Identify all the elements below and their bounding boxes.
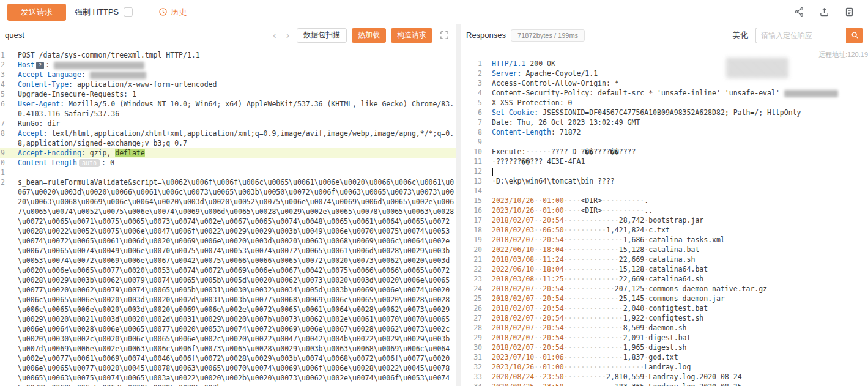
code-segment: 22,669 (619, 255, 645, 264)
editor-line[interactable]: 232018/03/08··11:25·············22,669·c… (461, 274, 868, 284)
editor-line[interactable]: 3Access-Control-Allow-Origin: * (461, 78, 868, 88)
editor-line[interactable]: 182018/02/03··06:50··········1,421,824·c… (461, 225, 868, 235)
editor-line[interactable]: 1POST /data/sys-common/treexml.tmpl HTTP… (0, 50, 456, 60)
packet-scan-button[interactable]: 数据包扫描 (297, 28, 347, 43)
editor-line[interactable]: 332020/08/24··23:50··········2,810,559·L… (461, 372, 868, 382)
editor-line[interactable]: 9Accept-Encoding: gzip, deflate (0, 148, 456, 158)
editor-line[interactable]: 342020/08/25··23:58············183,365·L… (461, 382, 868, 386)
line-number: 1 (0, 168, 5, 177)
editor-line[interactable]: 312023/07/10··01:06··············1,837·g… (461, 352, 868, 362)
editor-line[interactable]: 1 (0, 168, 456, 177)
editor-line[interactable]: 2Server: Apache-Coyote/1.1 (461, 69, 868, 78)
editor-line[interactable]: 0Content-Lengthauto: 0 (0, 158, 456, 168)
code-segment: 2023/10/26 (492, 206, 534, 215)
code-segment: ·· (534, 275, 543, 283)
editor-line[interactable]: 302018/02/07··20:54··············1,965·d… (461, 343, 868, 352)
construct-request-button[interactable]: 构造请求 (391, 28, 432, 43)
chevron-right-icon[interactable]: › (284, 31, 292, 40)
code-segment: deflate (115, 149, 144, 157)
code-segment: Landray.log.2020-08-25 (648, 382, 741, 386)
code-segment: ············ (564, 382, 615, 386)
request-pane: quest ‹ › 数据包扫描 热加载 构造请求 1POST /data/sys… (0, 24, 456, 386)
editor-line[interactable]: 2Host?: (0, 60, 456, 70)
line-number: 10 (461, 147, 482, 157)
code-segment: ·· (534, 324, 543, 332)
editor-line[interactable]: 4Content-Security-Policy: default-src * … (461, 88, 868, 98)
code-segment: ·············· (564, 324, 623, 332)
editor-line[interactable]: 252018/02/07··20:54·············25,145·c… (461, 294, 868, 303)
editor-line[interactable]: 10Execute:······???? D ?��????��???? (461, 147, 868, 157)
code-segment: ·· (534, 236, 543, 244)
editor-line[interactable]: 202022/06/10··18:04·············15,128·c… (461, 245, 868, 254)
code-segment: 1,837 (623, 353, 645, 362)
force-https-checkbox[interactable] (124, 7, 133, 17)
editor-line[interactable]: 322023/10/26··01:00···················La… (461, 362, 868, 372)
code-segment: configtest.bat (648, 304, 708, 313)
editor-line[interactable]: 1HTTP/1.1 200 OK (461, 59, 868, 69)
response-search-input[interactable] (755, 28, 846, 43)
chevron-left-icon[interactable]: ‹ (270, 31, 278, 40)
editor-line[interactable]: 8Accept: text/html,application/xhtml+xml… (0, 128, 456, 148)
code-segment: User-Agent (18, 100, 60, 108)
editor-line[interactable]: 152023/10/26··01:00····<DIR>··········. (461, 196, 868, 206)
editor-line[interactable]: 13·D:\ekp\win64\tomcat\bin ???? (461, 176, 868, 186)
search-button[interactable] (846, 28, 863, 43)
code-segment: 183,365 (615, 382, 644, 386)
report-icon[interactable] (844, 7, 855, 17)
editor-line[interactable]: 192018/02/07··20:54··············1,686·c… (461, 235, 868, 245)
editor-line[interactable]: 6Set-Cookie: JSESSIONID=DF04567C47756A10… (461, 108, 868, 117)
editor-line[interactable]: 172018/02/07··20:54·············28,742·b… (461, 215, 868, 225)
editor-line[interactable]: 2s_bean=ruleFormulaValidate&script=\u006… (0, 177, 456, 386)
editor-line[interactable]: 11·??????��??? 4E3E-4FA1 (461, 157, 868, 166)
editor-line[interactable]: 292018/02/07··20:54··············2,091·d… (461, 333, 868, 343)
editor-line[interactable]: 14 (461, 186, 868, 196)
line-number: 20 (461, 245, 482, 254)
editor-line[interactable]: 282018/02/07··20:54··············8,509·d… (461, 323, 868, 333)
code-segment: 2018/02/07 (492, 216, 534, 225)
editor-line[interactable]: 12 (461, 166, 868, 176)
editor-line[interactable]: 7RunGo: dir (0, 119, 456, 128)
code-segment: : 0 (102, 158, 114, 167)
code-segment: ·· (534, 245, 543, 254)
editor-line[interactable]: 262018/02/07··20:54··············2,040·c… (461, 303, 868, 313)
redacted-blur (54, 62, 144, 69)
code-segment: 23:58 (543, 382, 564, 386)
editor-line[interactable]: 222022/06/10··18:04·············15,128·c… (461, 264, 868, 274)
response-editor[interactable]: 1HTTP/1.1 200 OK2Server: Apache-Coyote/1… (461, 46, 868, 386)
hot-reload-button[interactable]: 热加载 (352, 28, 386, 43)
code-segment: RunGo: dir (18, 119, 60, 128)
editor-line[interactable]: 162023/10/26··01:00····<DIR>··········.. (461, 206, 868, 215)
code-segment: 2018/03/08 (492, 275, 534, 283)
share-icon[interactable] (794, 7, 804, 17)
editor-line[interactable]: 5X-XSS-Protection: 0 (461, 98, 868, 108)
editor-line[interactable]: 6User-Agent: Mozilla/5.0 (Windows NT 10.… (0, 99, 456, 119)
request-editor[interactable]: 1POST /data/sys-common/treexml.tmpl HTTP… (0, 46, 456, 386)
request-tab-label[interactable]: quest (5, 31, 24, 40)
line-number: 15 (461, 196, 482, 206)
line-number: 4 (0, 80, 5, 89)
beautify-button[interactable]: 美化 (732, 30, 748, 41)
expand-icon[interactable] (440, 31, 449, 40)
history-button[interactable]: 历史 (158, 7, 187, 18)
editor-line[interactable]: 7Date: Thu, 26 Oct 2023 13:02:49 GMT (461, 117, 868, 127)
export-icon[interactable] (819, 7, 829, 17)
response-stats-badge: 71872bytes / 199ms (511, 29, 585, 42)
code-segment: 20:54 (543, 314, 564, 322)
editor-line[interactable]: 212018/03/08··11:24·············22,669·c… (461, 254, 868, 264)
code-segment: : Mozilla/5.0 (Windows NT 10.0; Win64; x… (18, 100, 454, 118)
editor-line[interactable]: 3Accept-Language: (0, 70, 456, 80)
editor-line[interactable]: 9 (461, 137, 868, 147)
code-segment: ·············· (564, 343, 623, 352)
responses-tab-label[interactable]: Responses (466, 31, 506, 40)
editor-line[interactable]: 8Content-Length: 71872 (461, 127, 868, 137)
send-request-button[interactable]: 发送请求 (7, 4, 66, 21)
code-segment: ············· (564, 265, 619, 273)
editor-line[interactable]: 5Upgrade-Insecure-Requests: 1 (0, 89, 456, 99)
editor-line[interactable]: 242018/02/07··20:54············207,125·c… (461, 284, 868, 294)
code-segment: ············· (564, 275, 619, 283)
code-segment: commons-daemon.jar (648, 294, 725, 303)
code-segment: Accept-Language (18, 70, 81, 79)
editor-line[interactable]: 272018/02/07··20:54··············1,922·c… (461, 313, 868, 323)
code-segment: · (492, 177, 496, 185)
editor-line[interactable]: 4Content-Type: application/x-www-form-ur… (0, 80, 456, 89)
